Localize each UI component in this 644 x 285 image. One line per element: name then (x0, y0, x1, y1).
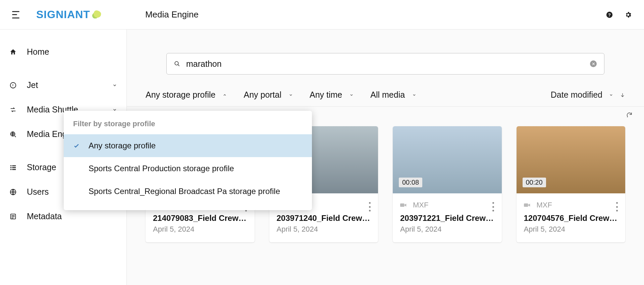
settings-icon[interactable] (625, 11, 632, 18)
card-meta: MXF 120704576_Field Crew 2… April 5, 202… (517, 193, 626, 242)
camera-icon (400, 202, 407, 208)
note-icon (9, 213, 17, 220)
option-label: Sports Central_Regional Broadcast Pa sto… (89, 187, 280, 196)
nav-label: Storage (27, 162, 56, 172)
dropdown-option[interactable]: Sports Central Production storage profil… (64, 157, 312, 180)
nav-label: Users (27, 187, 49, 197)
camera-icon (524, 202, 531, 208)
filter-label: Any storage profile (146, 90, 215, 100)
duration-badge: 00:08 (399, 178, 422, 187)
refresh-icon[interactable] (626, 111, 633, 118)
brand-logo: SIGNIANT (36, 8, 102, 21)
more-actions-icon[interactable] (614, 202, 620, 211)
thumbnail: 00:20 (517, 126, 626, 193)
dropdown-option[interactable]: Any storage profile (64, 134, 312, 157)
chevron-down-icon (609, 93, 613, 97)
storage-profile-dropdown: Filter by storage profile Any storage pr… (64, 111, 312, 210)
filter-label: Any portal (244, 90, 281, 100)
svg-rect-7 (12, 167, 16, 168)
format-label: MXF (413, 201, 428, 209)
sort-label: Date modified (551, 90, 602, 100)
filter-label: All media (370, 90, 405, 100)
nav-label: Jet (27, 80, 38, 90)
filter-portal[interactable]: Any portal (244, 90, 293, 100)
format-label: MXF (537, 201, 552, 209)
chevron-down-icon (412, 93, 416, 97)
nav-home[interactable]: Home (0, 40, 126, 64)
dropdown-title: Filter by storage profile (64, 120, 312, 134)
nav-label: Metadata (27, 211, 62, 221)
sort-direction-icon[interactable] (620, 92, 625, 98)
file-date: April 5, 2024 (400, 225, 494, 234)
filter-media[interactable]: All media (370, 90, 416, 100)
chevron-down-icon (112, 83, 117, 88)
filter-storage-profile[interactable]: Any storage profile (146, 90, 227, 100)
brand-text: SIGNIANT (36, 8, 90, 21)
brand-swirl-icon (91, 10, 102, 19)
help-icon[interactable]: ? (606, 11, 613, 18)
chevron-down-icon (350, 93, 354, 97)
sort-control[interactable]: Date modified (551, 90, 625, 100)
home-icon (9, 48, 17, 56)
file-name: 214079083_Field Crew 2… (153, 213, 247, 223)
topbar: SIGNIANT Media Engine ? (0, 0, 644, 30)
check-icon (73, 142, 80, 149)
globe-bolt-icon (9, 82, 17, 89)
globe-search-icon (9, 131, 17, 138)
chevron-up-icon (223, 93, 227, 97)
media-card[interactable]: 00:08 MXF 203971221_Field Crew 2… April … (393, 126, 502, 242)
svg-rect-4 (10, 165, 12, 166)
globe-icon (9, 188, 17, 196)
duration-badge: 00:20 (523, 178, 546, 187)
card-meta: MXF 203971221_Field Crew 2… April 5, 202… (393, 193, 502, 242)
more-actions-icon[interactable] (490, 202, 496, 211)
clear-search-icon[interactable]: ✕ (590, 60, 597, 67)
more-actions-icon[interactable] (367, 202, 373, 211)
svg-text:?: ? (608, 12, 611, 17)
svg-rect-16 (524, 203, 528, 207)
file-date: April 5, 2024 (524, 225, 618, 234)
search-bar[interactable]: ✕ (166, 53, 604, 75)
topbar-actions: ? (606, 11, 632, 18)
nav-label: Home (27, 47, 49, 57)
file-name: 203971221_Field Crew 2… (400, 213, 494, 223)
search-input[interactable] (186, 59, 590, 69)
thumbnail: 00:08 (393, 126, 502, 193)
nav-jet[interactable]: Jet (0, 73, 126, 97)
svg-rect-5 (12, 165, 16, 166)
file-date: April 5, 2024 (277, 225, 371, 234)
file-date: April 5, 2024 (153, 225, 247, 234)
format-row: MXF (524, 201, 618, 209)
dropdown-option[interactable]: Sports Central_Regional Broadcast Pa sto… (64, 180, 312, 203)
media-card[interactable]: 00:20 MXF 120704576_Field Crew 2… April … (517, 126, 626, 242)
file-name: 120704576_Field Crew 2… (524, 213, 618, 223)
svg-point-12 (175, 61, 178, 65)
chevron-down-icon (289, 93, 293, 97)
app-title: Media Engine (145, 9, 199, 20)
exchange-icon (9, 106, 17, 113)
option-label: Any storage profile (89, 141, 156, 150)
svg-rect-6 (10, 167, 12, 168)
svg-rect-8 (10, 169, 12, 170)
format-row: MXF (400, 201, 494, 209)
svg-rect-15 (400, 203, 405, 207)
filter-time[interactable]: Any time (310, 90, 354, 100)
option-label: Sports Central Production storage profil… (89, 164, 234, 173)
filter-row: Any storage profile Any portal Any time … (127, 75, 644, 107)
menu-toggle-icon[interactable] (12, 11, 19, 18)
filter-label: Any time (310, 90, 342, 100)
list-icon (9, 164, 17, 171)
file-name: 203971240_Field Crew 2… (277, 213, 371, 223)
search-icon (174, 61, 180, 67)
svg-rect-9 (12, 169, 16, 170)
